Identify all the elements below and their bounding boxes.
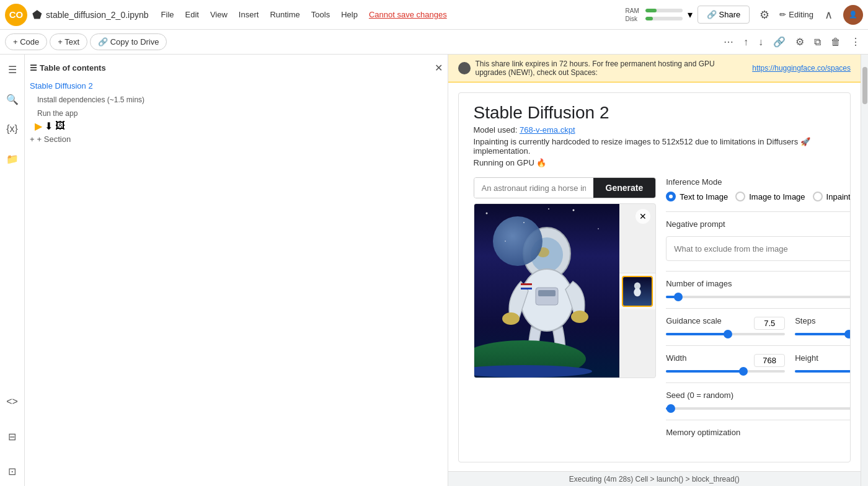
link-icon[interactable]: 🔗 bbox=[771, 33, 788, 50]
menu-insert[interactable]: Insert bbox=[234, 7, 264, 22]
guidance-value[interactable]: 7.5 bbox=[754, 317, 785, 330]
memory-optimization-section[interactable]: Memory optimization ▼ bbox=[666, 420, 851, 442]
height-col: Height 768 bbox=[795, 353, 851, 373]
radio-inpainting[interactable]: Inpainting bbox=[813, 192, 851, 201]
settings-button[interactable]: ⚙ bbox=[755, 5, 774, 25]
move-up-icon[interactable]: ↑ bbox=[741, 34, 751, 50]
share-label: Share bbox=[719, 10, 741, 19]
app-title: Stable Diffusion 2 bbox=[474, 103, 836, 123]
toc-item-install[interactable]: Install dependencies (~1.5 mins) bbox=[30, 93, 443, 107]
add-icon: + bbox=[30, 135, 35, 144]
notebook-title: ⬟ stable_diffusion_2_0.ipynb bbox=[32, 8, 149, 22]
cannot-save-label[interactable]: Cannot save changes bbox=[369, 10, 447, 19]
sidebar-variables-icon[interactable]: {x} bbox=[2, 119, 22, 139]
full-content: ☰ 🔍 {x} 📁 <> ⊟ ⊡ ☰ Table of contents ✕ S… bbox=[0, 55, 868, 486]
more-icon[interactable]: ⋮ bbox=[848, 33, 863, 50]
top-right-controls: RAM Disk ▾ 🔗 Share ⚙ ✏ Editing ∧ 👤 bbox=[626, 5, 863, 25]
prompt-area: Generate bbox=[474, 177, 657, 198]
copy-icon[interactable]: ⧉ bbox=[812, 34, 823, 50]
right-panel: Inference Mode Text to Image Image to Im… bbox=[666, 177, 851, 452]
sidebar-close-button[interactable]: ✕ bbox=[435, 62, 443, 74]
toc-download-icon[interactable]: ⬇ bbox=[45, 120, 53, 132]
move-down-icon[interactable]: ↓ bbox=[756, 34, 766, 50]
toolbar-icons: ⋯ ↑ ↓ 🔗 ⚙ ⧉ 🗑 ⋮ bbox=[721, 33, 863, 50]
width-height-row: Width 768 bbox=[666, 353, 851, 373]
add-section-button[interactable]: + + Section bbox=[30, 132, 443, 146]
svg-point-16 bbox=[572, 210, 574, 211]
menu-edit[interactable]: Edit bbox=[180, 7, 204, 22]
model-link[interactable]: 768-v-ema.ckpt bbox=[520, 125, 575, 135]
svg-rect-11 bbox=[521, 283, 532, 285]
disk-label: Disk bbox=[626, 15, 643, 22]
sidebar-title: ☰ Table of contents bbox=[30, 63, 106, 73]
sidebar-code-icon[interactable]: <> bbox=[2, 392, 22, 412]
toc-image-icon[interactable]: 🖼 bbox=[55, 120, 65, 132]
inference-mode-label: Inference Mode bbox=[666, 177, 851, 187]
width-col: Width 768 bbox=[666, 353, 785, 373]
memory-label: Memory optimization bbox=[666, 428, 740, 437]
cell-settings-icon[interactable]: ⚙ bbox=[793, 33, 807, 50]
colab-logo: CO bbox=[5, 4, 27, 26]
gpu-note: Running on GPU 🔥 bbox=[474, 158, 836, 167]
toc-item-run[interactable]: Run the app bbox=[30, 107, 443, 120]
user-avatar[interactable]: 👤 bbox=[843, 5, 863, 25]
prompt-input[interactable] bbox=[474, 178, 593, 198]
svg-rect-12 bbox=[521, 285, 532, 288]
right-scrollbar[interactable] bbox=[861, 55, 868, 486]
thumbnail-1[interactable] bbox=[622, 276, 653, 307]
scrollbar-track[interactable] bbox=[861, 55, 868, 486]
toc-item-sd2[interactable]: Stable Diffusion 2 bbox=[30, 79, 443, 93]
radio-label-text: Text to Image bbox=[680, 192, 728, 201]
collapse-button[interactable]: ∧ bbox=[818, 5, 838, 25]
astronaut-image bbox=[474, 204, 620, 378]
radio-circle-inp bbox=[813, 192, 823, 201]
menu-bar: File Edit View Insert Runtime Tools Help… bbox=[156, 7, 447, 22]
sidebar-search-icon[interactable]: 🔍 bbox=[2, 89, 22, 109]
menu-view[interactable]: View bbox=[205, 7, 232, 22]
image-close-button[interactable]: ✕ bbox=[636, 209, 650, 224]
sidebar-toc-panel: ☰ Table of contents ✕ Stable Diffusion 2… bbox=[25, 55, 448, 486]
inference-radio-group: Text to Image Image to Image Inpainting bbox=[666, 192, 851, 201]
huggingface-link[interactable]: https://huggingface.co/spaces bbox=[752, 64, 851, 73]
sidebar-shell-icon[interactable]: ⊡ bbox=[2, 461, 22, 481]
copy-to-drive-button[interactable]: 🔗 Copy to Drive bbox=[90, 33, 167, 50]
negative-prompt-input[interactable] bbox=[666, 236, 851, 261]
width-value[interactable]: 768 bbox=[754, 354, 785, 367]
status-text: Executing (4m 28s) Cell > launch() > blo… bbox=[569, 475, 740, 484]
guidance-steps-row: Guidance scale 7.5 bbox=[666, 316, 851, 335]
disk-progress bbox=[645, 17, 683, 20]
dropdown-icon[interactable]: ▾ bbox=[688, 9, 693, 20]
sidebar-files-icon[interactable]: 📁 bbox=[2, 149, 22, 169]
num-images-slider[interactable] bbox=[666, 296, 851, 298]
menu-help[interactable]: Help bbox=[336, 7, 363, 22]
sidebar-terminal-icon[interactable]: ⊟ bbox=[2, 426, 22, 446]
toc-icon: ☰ bbox=[30, 63, 37, 73]
height-slider[interactable] bbox=[795, 370, 851, 373]
sidebar-toc-icon[interactable]: ☰ bbox=[2, 60, 22, 79]
seed-section: Seed (0 = random) 0 bbox=[666, 382, 851, 410]
seed-slider[interactable] bbox=[666, 407, 851, 410]
radio-image-to-image[interactable]: Image to Image bbox=[735, 192, 805, 201]
menu-runtime[interactable]: Runtime bbox=[265, 7, 304, 22]
guidance-steps-section: Guidance scale 7.5 bbox=[666, 308, 851, 335]
add-text-button[interactable]: + Text bbox=[50, 33, 87, 50]
generate-button[interactable]: Generate bbox=[593, 178, 656, 198]
delete-icon[interactable]: 🗑 bbox=[828, 34, 843, 50]
scrollbar-thumb[interactable] bbox=[862, 67, 867, 104]
svg-rect-13 bbox=[521, 288, 532, 289]
menu-tools[interactable]: Tools bbox=[306, 7, 335, 22]
guidance-slider[interactable] bbox=[666, 333, 785, 335]
more-options-icon[interactable]: ⋯ bbox=[721, 33, 736, 50]
num-images-section: Number of images 1 bbox=[666, 271, 851, 298]
steps-slider[interactable] bbox=[795, 333, 851, 335]
width-slider[interactable] bbox=[666, 370, 785, 373]
notebook-area: Stable Diffusion 2 Model used: 768-v-ema… bbox=[448, 82, 861, 471]
toc-run-icon[interactable]: ▶ bbox=[35, 120, 42, 132]
radio-text-to-image[interactable]: Text to Image bbox=[666, 192, 728, 201]
add-code-button[interactable]: + Code bbox=[5, 33, 47, 50]
model-info: Model used: 768-v-ema.ckpt bbox=[474, 125, 836, 135]
share-button[interactable]: 🔗 Share bbox=[698, 6, 750, 24]
menu-file[interactable]: File bbox=[156, 7, 179, 22]
steps-col: Steps 25 bbox=[795, 316, 851, 335]
notification-bar: This share link expires in 72 hours. For… bbox=[448, 55, 861, 82]
